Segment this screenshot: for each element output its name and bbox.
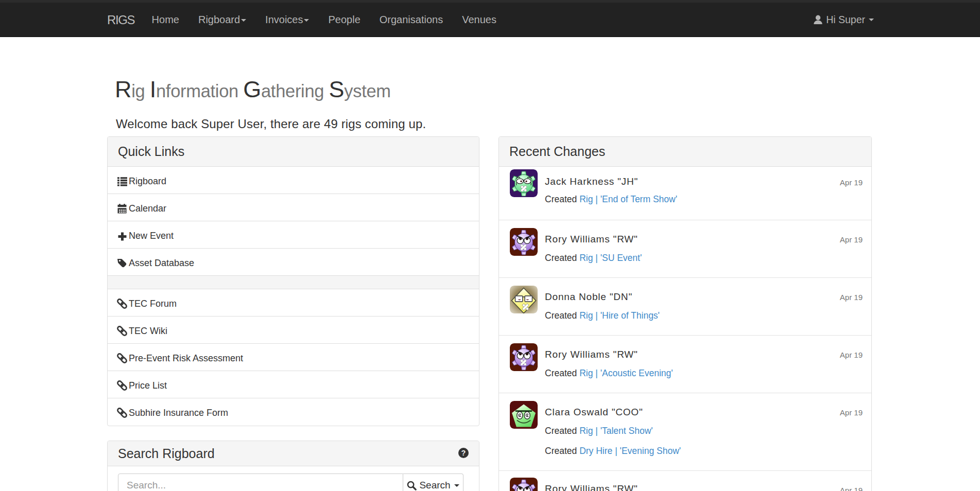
svg-text:?: ? (461, 449, 466, 457)
